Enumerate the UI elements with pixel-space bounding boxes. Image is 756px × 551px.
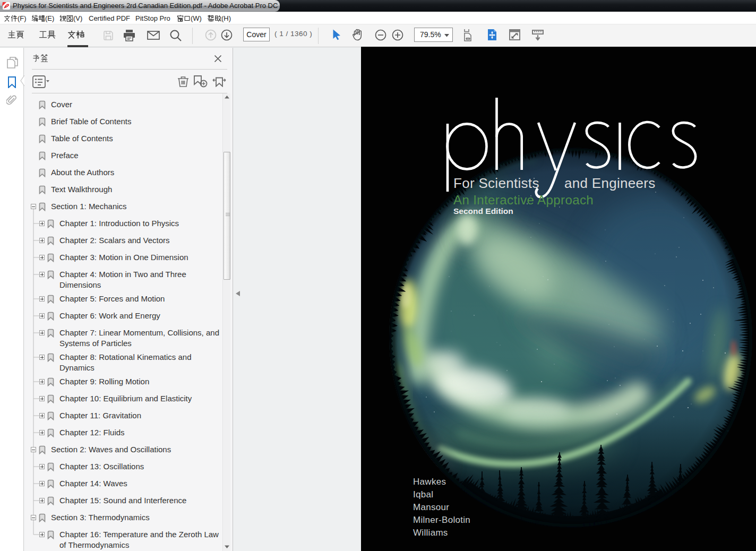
svg-text:For Scientists: For Scientists [453,175,539,191]
svg-text:Hawkes: Hawkes [413,477,446,487]
svg-text:Iqbal: Iqbal [413,489,433,500]
svg-text:Mansour: Mansour [413,502,449,512]
svg-text:Williams: Williams [413,528,448,538]
svg-text:Milner-Bolotin: Milner-Bolotin [413,515,470,525]
svg-text:Second Edition: Second Edition [453,206,513,216]
svg-text:An Interactive Approach: An Interactive Approach [453,193,594,207]
svg-text:and Engineers: and Engineers [564,175,656,191]
